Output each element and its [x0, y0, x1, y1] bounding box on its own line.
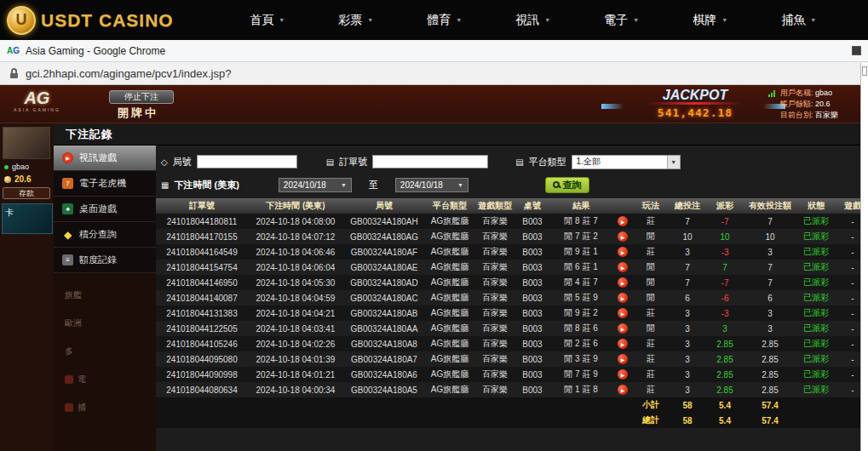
- table-row: 2410180441052462024-10-18 04:02:26GB0032…: [156, 336, 860, 351]
- replay-button[interactable]: ▶: [618, 369, 628, 380]
- replay-button[interactable]: ▶: [618, 308, 628, 318]
- replay-button[interactable]: ▶: [618, 262, 628, 272]
- menu-item-4[interactable]: ≡額度記錄: [54, 248, 156, 273]
- order-input[interactable]: [372, 155, 488, 168]
- nav-item[interactable]: 捕魚▼: [755, 13, 843, 28]
- search-button-label: 查詢: [563, 179, 582, 191]
- jackpot-streak-icon: [601, 104, 624, 109]
- browser-urlbar[interactable]: gci.2hhapi.com/agingame/pcv1/index.jsp?: [0, 62, 868, 85]
- replay-button[interactable]: ▶: [618, 354, 628, 364]
- cell-empty: [474, 413, 515, 428]
- card-games-banner[interactable]: 卡: [2, 203, 53, 234]
- chevron-down-icon: ▼: [341, 182, 347, 188]
- nav-item-label: 首頁: [250, 13, 273, 28]
- platform-select[interactable]: 1.全部 ▼: [572, 155, 681, 169]
- credit-records-icon: ≡: [62, 254, 73, 265]
- cell-result: 閒 9 莊 1: [549, 244, 612, 260]
- chevron-down-icon: ▼: [810, 17, 816, 23]
- cell-game-type: 百家樂: [474, 290, 515, 305]
- cell-time: 2024-10-18 04:06:46: [248, 244, 343, 260]
- window-control-icon[interactable]: [852, 46, 861, 55]
- nav-item[interactable]: 視訊▼: [489, 13, 578, 28]
- stop-betting-button[interactable]: 停止下注: [109, 90, 174, 104]
- cell-play: 閒: [633, 275, 669, 290]
- round-input[interactable]: [197, 155, 297, 168]
- replay-button[interactable]: ▶: [618, 231, 628, 242]
- cell-extra: -: [836, 290, 860, 305]
- to-label: 至: [369, 179, 378, 191]
- site-logo: U USDT CASINO: [7, 6, 174, 35]
- cell-replay: ▶: [612, 336, 633, 351]
- cell-game-type: 百家樂: [474, 275, 515, 290]
- cell-order: 241018044170155: [156, 229, 248, 244]
- info-label: 目前台別:: [780, 111, 813, 119]
- replay-button[interactable]: ▶: [618, 323, 628, 334]
- replay-button[interactable]: ▶: [618, 216, 628, 226]
- cell-game-type: 百家樂: [474, 260, 515, 275]
- cell-bet: 3: [669, 336, 706, 351]
- bet-time-label: 下注時間 (美東): [174, 179, 239, 191]
- platform-select-value: 1.全部: [577, 156, 601, 168]
- cell-extra: -: [836, 260, 860, 275]
- column-header: 遊戲: [836, 198, 860, 214]
- cell-extra: -: [836, 367, 860, 382]
- date-to-picker[interactable]: 2024/10/18 ▼: [395, 178, 468, 192]
- window-title: Asia Gaming - Google Chrome: [26, 45, 165, 57]
- cell-table: B003: [515, 275, 549, 290]
- dialog-content: ◇ 局號 ▤ 訂單號 ▤ 平台類型 1.全部 ▼ ▦: [156, 146, 860, 451]
- nav-item[interactable]: 電子▼: [578, 13, 666, 28]
- cell-payout: 2.85: [706, 382, 744, 397]
- cell-platform: AG旗艦廳: [425, 336, 474, 351]
- cell-empty: [549, 397, 612, 413]
- menu-item-0[interactable]: ▶視訊遊戲: [54, 146, 156, 171]
- cell-bet: 6: [669, 290, 706, 305]
- cell-empty: [343, 397, 425, 413]
- cell-bet: 7: [669, 275, 706, 290]
- cell-game-type: 百家樂: [474, 214, 515, 229]
- cell-result: 閒 7 莊 9: [549, 367, 612, 382]
- cell-play: 閒: [633, 229, 669, 244]
- cell-extra: -: [836, 275, 860, 290]
- replay-button[interactable]: ▶: [618, 247, 628, 257]
- cell-order: 241018044146950: [156, 275, 248, 290]
- cell-platform: AG旗艦廳: [425, 275, 474, 290]
- nav-item[interactable]: 彩票▼: [312, 13, 400, 28]
- column-header: 總投注: [669, 198, 706, 214]
- cell-round: GB00324A180AC: [343, 290, 425, 305]
- cell-empty: [612, 413, 633, 428]
- date-from-picker[interactable]: 2024/10/18 ▼: [279, 178, 352, 192]
- menu-item-2[interactable]: ♠桌面遊戲: [54, 197, 156, 222]
- cell-replay: ▶: [612, 244, 633, 260]
- column-header: [612, 198, 633, 214]
- cell-table: B003: [515, 305, 549, 321]
- replay-button[interactable]: ▶: [618, 277, 628, 288]
- menu-item-label: 桌面遊戲: [79, 203, 117, 215]
- status-badge: 已派彩: [796, 290, 836, 305]
- replay-button[interactable]: ▶: [618, 339, 628, 349]
- replay-button[interactable]: ▶: [618, 385, 628, 395]
- replay-button[interactable]: ▶: [618, 293, 628, 303]
- url-text[interactable]: gci.2hhapi.com/agingame/pcv1/index.jsp?: [26, 67, 231, 80]
- cell-bet: 3: [669, 367, 706, 382]
- nav-item[interactable]: 首頁▼: [223, 13, 312, 28]
- cell-platform: AG旗艦廳: [425, 382, 474, 397]
- nav-item-label: 棋牌: [693, 13, 716, 28]
- column-header: 平台類型: [425, 198, 474, 214]
- status-badge: 已派彩: [796, 351, 836, 367]
- slot-machine-icon: 7: [62, 178, 73, 189]
- cell-platform: AG旗艦廳: [425, 321, 474, 336]
- menu-item-1[interactable]: 7電子老虎機: [54, 171, 156, 197]
- cell-extra: -: [836, 244, 860, 260]
- menu-item-label: 積分查詢: [79, 228, 117, 241]
- info-value: gbao: [815, 88, 832, 97]
- cell-time: 2024-10-18 04:02:26: [248, 336, 343, 351]
- cell-round: GB00324A180AE: [343, 260, 425, 275]
- cell-valid-bet: 10: [744, 229, 796, 244]
- deposit-button[interactable]: 存款: [3, 187, 50, 199]
- nav-item[interactable]: 體育▼: [400, 13, 489, 28]
- cell-game-type: 百家樂: [474, 382, 515, 397]
- menu-item-3[interactable]: ◆積分查詢: [54, 222, 156, 248]
- nav-item[interactable]: 棋牌▼: [666, 13, 755, 28]
- search-button[interactable]: 查詢: [545, 177, 589, 193]
- cell-replay: ▶: [612, 229, 633, 244]
